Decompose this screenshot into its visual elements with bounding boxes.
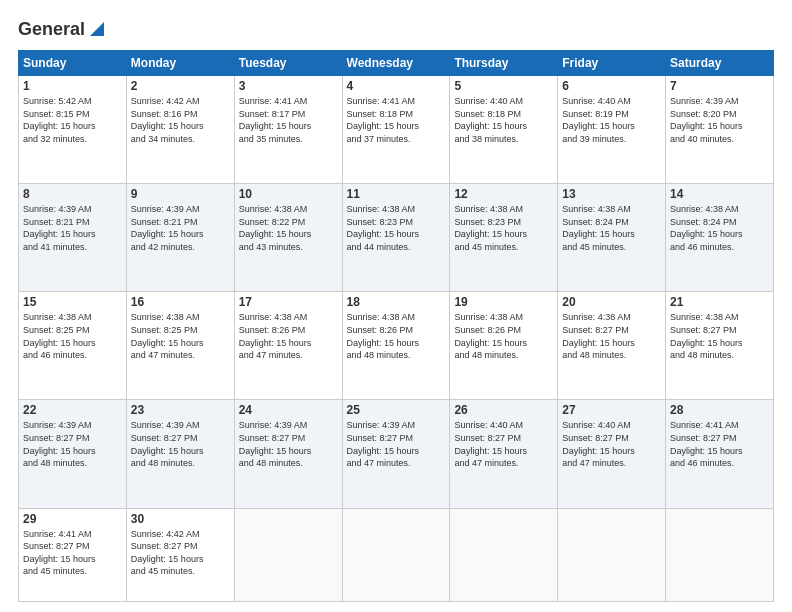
logo-general: General xyxy=(18,20,85,40)
calendar-cell: 13Sunrise: 4:38 AMSunset: 8:24 PMDayligh… xyxy=(558,184,666,292)
calendar-header-monday: Monday xyxy=(126,51,234,76)
day-info: Sunrise: 4:38 AMSunset: 8:24 PMDaylight:… xyxy=(562,204,635,252)
day-number: 12 xyxy=(454,187,553,201)
day-number: 13 xyxy=(562,187,661,201)
calendar-cell: 1Sunrise: 5:42 AMSunset: 8:15 PMDaylight… xyxy=(19,76,127,184)
calendar-cell: 25Sunrise: 4:39 AMSunset: 8:27 PMDayligh… xyxy=(342,400,450,508)
logo-triangle-icon xyxy=(88,20,106,38)
calendar-cell: 24Sunrise: 4:39 AMSunset: 8:27 PMDayligh… xyxy=(234,400,342,508)
day-info: Sunrise: 4:38 AMSunset: 8:23 PMDaylight:… xyxy=(347,204,420,252)
calendar-cell: 9Sunrise: 4:39 AMSunset: 8:21 PMDaylight… xyxy=(126,184,234,292)
day-info: Sunrise: 5:42 AMSunset: 8:15 PMDaylight:… xyxy=(23,96,96,144)
day-number: 23 xyxy=(131,403,230,417)
day-info: Sunrise: 4:41 AMSunset: 8:27 PMDaylight:… xyxy=(670,420,743,468)
calendar-cell xyxy=(558,508,666,601)
calendar-cell: 30Sunrise: 4:42 AMSunset: 8:27 PMDayligh… xyxy=(126,508,234,601)
day-number: 7 xyxy=(670,79,769,93)
day-info: Sunrise: 4:38 AMSunset: 8:26 PMDaylight:… xyxy=(239,312,312,360)
day-info: Sunrise: 4:42 AMSunset: 8:27 PMDaylight:… xyxy=(131,529,204,577)
day-number: 6 xyxy=(562,79,661,93)
day-info: Sunrise: 4:38 AMSunset: 8:26 PMDaylight:… xyxy=(454,312,527,360)
day-number: 2 xyxy=(131,79,230,93)
calendar-cell: 26Sunrise: 4:40 AMSunset: 8:27 PMDayligh… xyxy=(450,400,558,508)
calendar-header-thursday: Thursday xyxy=(450,51,558,76)
day-info: Sunrise: 4:38 AMSunset: 8:23 PMDaylight:… xyxy=(454,204,527,252)
header: General xyxy=(18,18,774,42)
day-number: 24 xyxy=(239,403,338,417)
calendar-cell: 29Sunrise: 4:41 AMSunset: 8:27 PMDayligh… xyxy=(19,508,127,601)
day-info: Sunrise: 4:39 AMSunset: 8:27 PMDaylight:… xyxy=(347,420,420,468)
day-info: Sunrise: 4:39 AMSunset: 8:27 PMDaylight:… xyxy=(239,420,312,468)
day-number: 10 xyxy=(239,187,338,201)
calendar-cell: 16Sunrise: 4:38 AMSunset: 8:25 PMDayligh… xyxy=(126,292,234,400)
calendar-cell xyxy=(450,508,558,601)
day-number: 25 xyxy=(347,403,446,417)
logo: General xyxy=(18,18,106,42)
calendar-cell: 22Sunrise: 4:39 AMSunset: 8:27 PMDayligh… xyxy=(19,400,127,508)
calendar-cell: 11Sunrise: 4:38 AMSunset: 8:23 PMDayligh… xyxy=(342,184,450,292)
day-number: 3 xyxy=(239,79,338,93)
calendar-cell: 21Sunrise: 4:38 AMSunset: 8:27 PMDayligh… xyxy=(666,292,774,400)
day-number: 17 xyxy=(239,295,338,309)
calendar-cell xyxy=(342,508,450,601)
calendar-cell: 8Sunrise: 4:39 AMSunset: 8:21 PMDaylight… xyxy=(19,184,127,292)
calendar-cell: 6Sunrise: 4:40 AMSunset: 8:19 PMDaylight… xyxy=(558,76,666,184)
day-info: Sunrise: 4:40 AMSunset: 8:27 PMDaylight:… xyxy=(454,420,527,468)
calendar-cell: 27Sunrise: 4:40 AMSunset: 8:27 PMDayligh… xyxy=(558,400,666,508)
day-number: 11 xyxy=(347,187,446,201)
calendar-cell: 28Sunrise: 4:41 AMSunset: 8:27 PMDayligh… xyxy=(666,400,774,508)
day-number: 14 xyxy=(670,187,769,201)
calendar-cell: 17Sunrise: 4:38 AMSunset: 8:26 PMDayligh… xyxy=(234,292,342,400)
calendar-cell: 14Sunrise: 4:38 AMSunset: 8:24 PMDayligh… xyxy=(666,184,774,292)
day-number: 1 xyxy=(23,79,122,93)
day-number: 5 xyxy=(454,79,553,93)
day-info: Sunrise: 4:41 AMSunset: 8:17 PMDaylight:… xyxy=(239,96,312,144)
calendar-cell: 7Sunrise: 4:39 AMSunset: 8:20 PMDaylight… xyxy=(666,76,774,184)
day-info: Sunrise: 4:41 AMSunset: 8:18 PMDaylight:… xyxy=(347,96,420,144)
calendar-header-row: SundayMondayTuesdayWednesdayThursdayFrid… xyxy=(19,51,774,76)
page: General SundayMondayTuesdayWednesdayThur… xyxy=(0,0,792,612)
calendar-header-saturday: Saturday xyxy=(666,51,774,76)
day-info: Sunrise: 4:38 AMSunset: 8:22 PMDaylight:… xyxy=(239,204,312,252)
day-number: 28 xyxy=(670,403,769,417)
day-info: Sunrise: 4:42 AMSunset: 8:16 PMDaylight:… xyxy=(131,96,204,144)
calendar-cell: 5Sunrise: 4:40 AMSunset: 8:18 PMDaylight… xyxy=(450,76,558,184)
day-info: Sunrise: 4:41 AMSunset: 8:27 PMDaylight:… xyxy=(23,529,96,577)
calendar-cell: 19Sunrise: 4:38 AMSunset: 8:26 PMDayligh… xyxy=(450,292,558,400)
day-info: Sunrise: 4:40 AMSunset: 8:18 PMDaylight:… xyxy=(454,96,527,144)
day-info: Sunrise: 4:40 AMSunset: 8:19 PMDaylight:… xyxy=(562,96,635,144)
calendar-cell: 2Sunrise: 4:42 AMSunset: 8:16 PMDaylight… xyxy=(126,76,234,184)
day-number: 16 xyxy=(131,295,230,309)
calendar-cell: 20Sunrise: 4:38 AMSunset: 8:27 PMDayligh… xyxy=(558,292,666,400)
day-info: Sunrise: 4:39 AMSunset: 8:21 PMDaylight:… xyxy=(131,204,204,252)
calendar-cell: 18Sunrise: 4:38 AMSunset: 8:26 PMDayligh… xyxy=(342,292,450,400)
day-number: 21 xyxy=(670,295,769,309)
day-number: 26 xyxy=(454,403,553,417)
day-number: 27 xyxy=(562,403,661,417)
svg-marker-0 xyxy=(90,22,104,36)
calendar-cell xyxy=(666,508,774,601)
day-info: Sunrise: 4:38 AMSunset: 8:25 PMDaylight:… xyxy=(23,312,96,360)
day-info: Sunrise: 4:39 AMSunset: 8:21 PMDaylight:… xyxy=(23,204,96,252)
calendar-header-friday: Friday xyxy=(558,51,666,76)
calendar-cell: 10Sunrise: 4:38 AMSunset: 8:22 PMDayligh… xyxy=(234,184,342,292)
calendar-header-tuesday: Tuesday xyxy=(234,51,342,76)
day-number: 8 xyxy=(23,187,122,201)
day-info: Sunrise: 4:38 AMSunset: 8:25 PMDaylight:… xyxy=(131,312,204,360)
day-info: Sunrise: 4:40 AMSunset: 8:27 PMDaylight:… xyxy=(562,420,635,468)
day-number: 29 xyxy=(23,512,122,526)
day-info: Sunrise: 4:38 AMSunset: 8:26 PMDaylight:… xyxy=(347,312,420,360)
day-number: 30 xyxy=(131,512,230,526)
calendar-cell: 15Sunrise: 4:38 AMSunset: 8:25 PMDayligh… xyxy=(19,292,127,400)
calendar-header-sunday: Sunday xyxy=(19,51,127,76)
day-number: 19 xyxy=(454,295,553,309)
day-info: Sunrise: 4:38 AMSunset: 8:27 PMDaylight:… xyxy=(670,312,743,360)
day-info: Sunrise: 4:39 AMSunset: 8:27 PMDaylight:… xyxy=(23,420,96,468)
calendar-cell xyxy=(234,508,342,601)
day-number: 20 xyxy=(562,295,661,309)
day-number: 18 xyxy=(347,295,446,309)
calendar-header-wednesday: Wednesday xyxy=(342,51,450,76)
day-info: Sunrise: 4:39 AMSunset: 8:20 PMDaylight:… xyxy=(670,96,743,144)
calendar-table: SundayMondayTuesdayWednesdayThursdayFrid… xyxy=(18,50,774,602)
calendar-cell: 3Sunrise: 4:41 AMSunset: 8:17 PMDaylight… xyxy=(234,76,342,184)
